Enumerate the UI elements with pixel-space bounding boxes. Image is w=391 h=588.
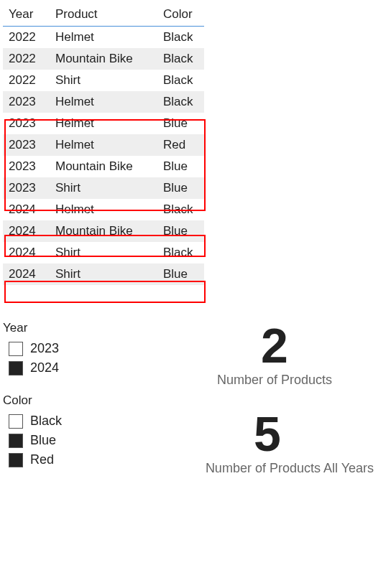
metric-label: Number of Products All Years <box>161 461 374 476</box>
cell-year: 2023 <box>3 177 50 199</box>
table-row[interactable]: 2022 Shirt Black <box>3 70 204 91</box>
table-row[interactable]: 2023 Mountain Bike Blue <box>3 156 204 177</box>
table-row[interactable]: 2023 Shirt Blue <box>3 177 204 199</box>
cell-product: Mountain Bike <box>50 48 157 70</box>
cell-year: 2022 <box>3 48 50 70</box>
year-slicer-item-2024[interactable]: 2024 <box>3 360 147 375</box>
metric-value: 5 <box>161 409 374 458</box>
table-row[interactable]: 2024 Shirt Black <box>3 242 204 263</box>
cell-product: Shirt <box>50 70 157 91</box>
year-slicer-item-2023[interactable]: 2023 <box>3 341 147 356</box>
cell-product: Helmet <box>50 113 157 134</box>
cell-year: 2024 <box>3 199 50 220</box>
table-row[interactable]: 2023 Helmet Blue <box>3 113 204 134</box>
cell-product: Shirt <box>50 177 157 199</box>
cell-year: 2023 <box>3 156 50 177</box>
cell-product: Mountain Bike <box>50 156 157 177</box>
cell-year: 2023 <box>3 113 50 134</box>
cell-product: Helmet <box>50 27 157 49</box>
table-row[interactable]: 2024 Shirt Blue <box>3 263 204 285</box>
header-color[interactable]: Color <box>157 3 204 27</box>
cell-product: Helmet <box>50 199 157 220</box>
table-row[interactable]: 2022 Helmet Black <box>3 27 204 49</box>
data-table-container: Year Product Color 2022 Helmet Black 202… <box>3 3 388 285</box>
metric-label: Number of Products <box>161 373 388 388</box>
color-slicer-item-black[interactable]: Black <box>3 414 147 429</box>
slicer-item-label: 2024 <box>30 360 59 375</box>
cell-year: 2022 <box>3 70 50 91</box>
cell-year: 2023 <box>3 91 50 113</box>
cell-year: 2024 <box>3 263 50 285</box>
checkbox-checked-icon <box>9 453 23 467</box>
cell-year: 2024 <box>3 242 50 263</box>
header-product[interactable]: Product <box>50 3 157 27</box>
cell-product: Shirt <box>50 242 157 263</box>
checkbox-checked-icon <box>9 361 23 375</box>
cell-product: Helmet <box>50 91 157 113</box>
cell-color: Blue <box>157 177 204 199</box>
cell-color: Red <box>157 134 204 156</box>
metric-value: 2 <box>161 321 388 370</box>
color-slicer: Color Black Blue Red <box>3 393 147 467</box>
cell-color: Black <box>157 27 204 49</box>
cell-color: Black <box>157 70 204 91</box>
table-header-row: Year Product Color <box>3 3 204 27</box>
metric-card-products[interactable]: 2 Number of Products <box>161 321 388 388</box>
header-year[interactable]: Year <box>3 3 50 27</box>
data-table: Year Product Color 2022 Helmet Black 202… <box>3 3 204 285</box>
cell-color: Black <box>157 48 204 70</box>
cell-year: 2023 <box>3 134 50 156</box>
cell-product: Helmet <box>50 134 157 156</box>
table-row[interactable]: 2022 Mountain Bike Black <box>3 48 204 70</box>
year-slicer-title: Year <box>3 321 147 335</box>
table-row[interactable]: 2023 Helmet Black <box>3 91 204 113</box>
cell-color: Black <box>157 242 204 263</box>
cell-color: Blue <box>157 263 204 285</box>
metric-card-products-all-years[interactable]: 5 Number of Products All Years <box>161 409 388 476</box>
cell-color: Blue <box>157 113 204 134</box>
table-row[interactable]: 2023 Helmet Red <box>3 134 204 156</box>
cell-year: 2022 <box>3 27 50 49</box>
color-slicer-item-blue[interactable]: Blue <box>3 433 147 448</box>
slicer-item-label: Blue <box>30 433 56 448</box>
slicer-item-label: Red <box>30 452 54 467</box>
checkbox-unchecked-icon <box>9 414 23 429</box>
metrics-panel: 2 Number of Products 5 Number of Product… <box>161 321 388 498</box>
cell-product: Shirt <box>50 263 157 285</box>
slicer-item-label: 2023 <box>30 341 59 356</box>
checkbox-checked-icon <box>9 434 23 448</box>
color-slicer-item-red[interactable]: Red <box>3 452 147 467</box>
cell-color: Black <box>157 199 204 220</box>
filters-metrics-section: Year 2023 2024 Color Black Blue Red <box>3 321 388 498</box>
table-row[interactable]: 2024 Helmet Black <box>3 199 204 220</box>
year-slicer: Year 2023 2024 <box>3 321 147 375</box>
table-row[interactable]: 2024 Mountain Bike Blue <box>3 220 204 242</box>
cell-color: Blue <box>157 156 204 177</box>
slicer-item-label: Black <box>30 414 62 429</box>
color-slicer-title: Color <box>3 393 147 408</box>
slicers-panel: Year 2023 2024 Color Black Blue Red <box>3 321 147 498</box>
checkbox-unchecked-icon <box>9 342 23 356</box>
cell-color: Black <box>157 91 204 113</box>
cell-product: Mountain Bike <box>50 220 157 242</box>
cell-year: 2024 <box>3 220 50 242</box>
cell-color: Blue <box>157 220 204 242</box>
